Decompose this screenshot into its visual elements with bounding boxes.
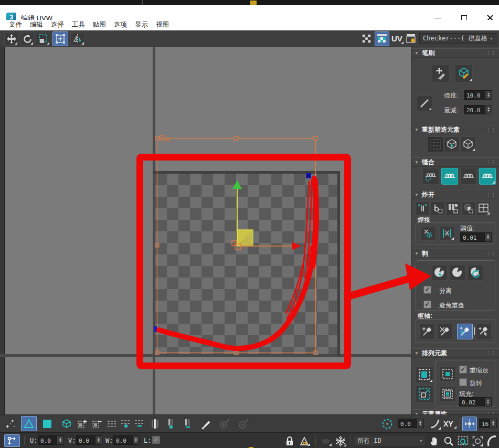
padding-value[interactable]: 0.02 — [460, 398, 484, 406]
edge-distance-value[interactable]: 16 — [480, 419, 490, 428]
edge-distance-spinner[interactable]: 16▲▼ — [479, 419, 497, 428]
menu-file[interactable]: 文件 — [9, 20, 22, 29]
element-mode-button[interactable] — [40, 417, 55, 431]
select-loop-button[interactable] — [106, 417, 119, 431]
strength-value[interactable]: 10.0 — [464, 91, 485, 99]
show-map-button[interactable] — [375, 31, 389, 46]
select-by-element-button[interactable] — [60, 417, 73, 431]
threshold-spinner[interactable]: 0.01▲▼ — [460, 232, 492, 242]
tile-bitmap-button[interactable] — [360, 33, 373, 45]
paint-select-button[interactable] — [198, 417, 213, 431]
spinner-arrows-icon[interactable]: ▲▼ — [484, 398, 491, 406]
pin-move-button[interactable] — [419, 324, 435, 339]
face-mode-button[interactable] — [21, 416, 37, 431]
material-id-dropdown[interactable]: 所有 ID ▼ — [354, 435, 426, 446]
section-header-element-properties[interactable]: ▼元素属性⋮⋮ — [411, 409, 499, 414]
move-button[interactable] — [4, 32, 18, 46]
spinner-arrows-icon[interactable]: ▲▼ — [57, 436, 63, 444]
target-weld-button[interactable] — [420, 226, 436, 241]
spinner-arrows-icon[interactable]: ▲▼ — [485, 91, 492, 99]
stitch-to-target-button[interactable] — [479, 168, 496, 185]
soft-selection-button[interactable] — [380, 417, 395, 431]
filter-selected-faces-button[interactable] — [298, 435, 311, 447]
u-value[interactable]: 0.0 — [38, 436, 57, 444]
menu-options[interactable]: 选项 — [114, 20, 127, 29]
stitch-custom-button[interactable] — [422, 168, 439, 185]
menu-view[interactable]: 视图 — [156, 20, 169, 29]
hide-selected-button[interactable] — [319, 435, 333, 447]
grow-ring-button[interactable] — [165, 417, 178, 431]
section-header-arrange[interactable]: ▼排列元素⋮⋮ — [411, 348, 499, 357]
falloff-curve-button[interactable] — [428, 417, 442, 431]
shrink-selection-button[interactable] — [90, 417, 104, 431]
edge-distance-button[interactable] — [462, 417, 477, 431]
unfold-element-button[interactable] — [460, 136, 476, 152]
soft-selection-spinner[interactable]: 0.0▲▼ — [398, 419, 424, 428]
padding-spinner[interactable]: 0.02▲▼ — [459, 397, 492, 407]
section-header-reshape[interactable]: ▼重新塑造元素⋮⋮ — [411, 125, 499, 134]
separate-checkbox[interactable] — [423, 286, 431, 294]
freeform-mode-button[interactable] — [52, 31, 68, 46]
falloff-value[interactable]: 20.0 — [464, 105, 485, 114]
u-spinner[interactable]: 0.0▲▼ — [38, 435, 64, 445]
peel-reset-button[interactable] — [468, 265, 483, 281]
pack-custom-button[interactable] — [416, 386, 433, 402]
falloff-spinner[interactable]: 20.0▲▼ — [464, 105, 492, 114]
w-spinner[interactable]: 0.0▲▼ — [113, 435, 140, 445]
zoom-button[interactable] — [442, 434, 455, 447]
avoid-overlap-checkbox[interactable] — [423, 301, 431, 308]
section-header-peel[interactable]: ▼剥⋮⋮ — [411, 249, 499, 258]
straighten-element-button[interactable] — [444, 136, 460, 152]
pin-release-button[interactable] — [437, 324, 453, 339]
scale-button[interactable] — [36, 32, 50, 46]
menu-select[interactable]: 选择 — [51, 20, 64, 29]
lock-selection-button[interactable] — [283, 435, 296, 447]
section-header-brush[interactable]: ▼笔刷⋮⋮ — [411, 48, 499, 57]
paint-select-shrink-button[interactable] — [236, 417, 252, 431]
zoom-extents-button[interactable] — [471, 434, 484, 447]
absolute-mode-button[interactable] — [4, 434, 20, 447]
uv-channel-button[interactable]: UV — [391, 34, 404, 45]
move-brush-button[interactable] — [432, 65, 450, 82]
pan-button[interactable] — [428, 434, 441, 447]
menu-tools[interactable]: 工具 — [72, 20, 85, 29]
freeze-selected-button[interactable] — [334, 434, 347, 447]
break-button[interactable] — [416, 201, 430, 216]
shrink-ring-button[interactable] — [182, 417, 195, 431]
flatten-by-group-button[interactable] — [446, 201, 460, 216]
relax-brush-button[interactable] — [455, 65, 473, 82]
weld-selected-button[interactable] — [439, 226, 455, 241]
map-selector-dropdown[interactable]: Checker···( 棋盘格 ) ▼ — [419, 33, 496, 44]
spinner-arrows-icon[interactable]: ▲▼ — [417, 419, 423, 428]
peel-mode-button[interactable] — [450, 265, 465, 281]
flatten-by-material-button[interactable] — [461, 201, 475, 216]
spinner-arrows-icon[interactable]: ▲▼ — [132, 436, 139, 444]
spinner-arrows-icon[interactable]: ▲▼ — [484, 233, 491, 241]
pack-normalize-button[interactable] — [416, 366, 433, 383]
rotate-checkbox[interactable] — [459, 378, 467, 386]
menu-mapping[interactable]: 贴图 — [93, 20, 106, 29]
spinner-arrows-icon[interactable]: ▲▼ — [485, 105, 492, 114]
v-value[interactable]: 0.0 — [77, 436, 95, 444]
pin-interactive-button[interactable] — [476, 324, 492, 339]
v-spinner[interactable]: 0.0▲▼ — [76, 435, 102, 445]
falloff-space-xy-button[interactable]: XY — [443, 420, 457, 429]
flatten-mapping-button[interactable] — [476, 201, 491, 216]
spinner-arrows-icon[interactable]: ▲▼ — [95, 436, 102, 444]
pin-quick-button[interactable] — [457, 324, 473, 339]
section-header-stitch[interactable]: ▼缝合⋮⋮ — [411, 157, 499, 166]
rescale-checkbox[interactable] — [459, 366, 467, 374]
render-template-button[interactable] — [405, 33, 418, 45]
paint-select-grow-button[interactable] — [217, 417, 233, 431]
grow-selection-button[interactable] — [76, 417, 89, 431]
menu-display[interactable]: 显示 — [135, 20, 148, 29]
soft-selection-value[interactable]: 0.0 — [398, 419, 417, 428]
grow-loop-button[interactable] — [120, 417, 132, 431]
zoom-region-button[interactable] — [456, 434, 470, 447]
stitch-average-button[interactable] — [460, 168, 477, 185]
zoom-to-gizmo-button[interactable] — [486, 434, 499, 447]
rotate-button[interactable] — [21, 32, 34, 46]
relax-until-flat-button[interactable] — [428, 136, 443, 152]
select-ring-button[interactable] — [150, 417, 160, 431]
brush-falloff-button[interactable] — [417, 95, 432, 111]
